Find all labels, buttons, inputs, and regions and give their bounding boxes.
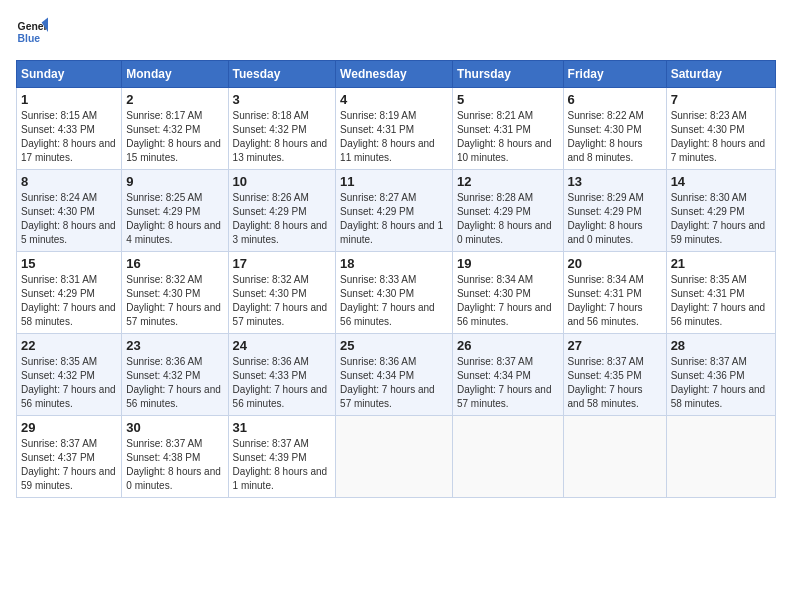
- day-info: Sunrise: 8:29 AM Sunset: 4:29 PM Dayligh…: [568, 191, 662, 247]
- day-info: Sunrise: 8:15 AM Sunset: 4:33 PM Dayligh…: [21, 109, 117, 165]
- sunset-label: Sunset: 4:30 PM: [126, 288, 200, 299]
- calendar-cell: 4 Sunrise: 8:19 AM Sunset: 4:31 PM Dayli…: [336, 88, 453, 170]
- day-number: 13: [568, 174, 662, 189]
- sunset-label: Sunset: 4:31 PM: [568, 288, 642, 299]
- day-info: Sunrise: 8:18 AM Sunset: 4:32 PM Dayligh…: [233, 109, 332, 165]
- day-info: Sunrise: 8:34 AM Sunset: 4:30 PM Dayligh…: [457, 273, 559, 329]
- day-info: Sunrise: 8:36 AM Sunset: 4:34 PM Dayligh…: [340, 355, 448, 411]
- day-info: Sunrise: 8:31 AM Sunset: 4:29 PM Dayligh…: [21, 273, 117, 329]
- daylight-label: Daylight: 7 hours and 56 minutes.: [233, 384, 328, 409]
- calendar-cell: 17 Sunrise: 8:32 AM Sunset: 4:30 PM Dayl…: [228, 252, 336, 334]
- sunset-label: Sunset: 4:29 PM: [671, 206, 745, 217]
- daylight-label: Daylight: 8 hours and 15 minutes.: [126, 138, 221, 163]
- day-info: Sunrise: 8:28 AM Sunset: 4:29 PM Dayligh…: [457, 191, 559, 247]
- day-info: Sunrise: 8:36 AM Sunset: 4:32 PM Dayligh…: [126, 355, 223, 411]
- daylight-label: Daylight: 8 hours and 1 minute.: [233, 466, 328, 491]
- calendar-cell: [452, 416, 563, 498]
- day-info: Sunrise: 8:27 AM Sunset: 4:29 PM Dayligh…: [340, 191, 448, 247]
- day-info: Sunrise: 8:22 AM Sunset: 4:30 PM Dayligh…: [568, 109, 662, 165]
- day-info: Sunrise: 8:24 AM Sunset: 4:30 PM Dayligh…: [21, 191, 117, 247]
- sunrise-label: Sunrise: 8:19 AM: [340, 110, 416, 121]
- sunset-label: Sunset: 4:32 PM: [126, 124, 200, 135]
- sunrise-label: Sunrise: 8:30 AM: [671, 192, 747, 203]
- header-thursday: Thursday: [452, 61, 563, 88]
- sunset-label: Sunset: 4:30 PM: [671, 124, 745, 135]
- sunset-label: Sunset: 4:30 PM: [21, 206, 95, 217]
- sunrise-label: Sunrise: 8:37 AM: [126, 438, 202, 449]
- day-info: Sunrise: 8:37 AM Sunset: 4:38 PM Dayligh…: [126, 437, 223, 493]
- calendar-header: SundayMondayTuesdayWednesdayThursdayFrid…: [17, 61, 776, 88]
- sunset-label: Sunset: 4:32 PM: [126, 370, 200, 381]
- day-info: Sunrise: 8:37 AM Sunset: 4:37 PM Dayligh…: [21, 437, 117, 493]
- day-info: Sunrise: 8:37 AM Sunset: 4:34 PM Dayligh…: [457, 355, 559, 411]
- day-info: Sunrise: 8:21 AM Sunset: 4:31 PM Dayligh…: [457, 109, 559, 165]
- calendar-cell: 12 Sunrise: 8:28 AM Sunset: 4:29 PM Dayl…: [452, 170, 563, 252]
- sunrise-label: Sunrise: 8:17 AM: [126, 110, 202, 121]
- header-row: SundayMondayTuesdayWednesdayThursdayFrid…: [17, 61, 776, 88]
- sunrise-label: Sunrise: 8:32 AM: [233, 274, 309, 285]
- header-saturday: Saturday: [666, 61, 775, 88]
- calendar-cell: 24 Sunrise: 8:36 AM Sunset: 4:33 PM Dayl…: [228, 334, 336, 416]
- calendar-cell: 22 Sunrise: 8:35 AM Sunset: 4:32 PM Dayl…: [17, 334, 122, 416]
- sunrise-label: Sunrise: 8:36 AM: [233, 356, 309, 367]
- sunrise-label: Sunrise: 8:36 AM: [126, 356, 202, 367]
- sunset-label: Sunset: 4:37 PM: [21, 452, 95, 463]
- calendar-cell: 7 Sunrise: 8:23 AM Sunset: 4:30 PM Dayli…: [666, 88, 775, 170]
- day-number: 3: [233, 92, 332, 107]
- sunrise-label: Sunrise: 8:22 AM: [568, 110, 644, 121]
- day-number: 21: [671, 256, 771, 271]
- calendar-cell: 29 Sunrise: 8:37 AM Sunset: 4:37 PM Dayl…: [17, 416, 122, 498]
- sunset-label: Sunset: 4:33 PM: [233, 370, 307, 381]
- daylight-label: Daylight: 7 hours and 58 minutes.: [671, 384, 766, 409]
- sunrise-label: Sunrise: 8:37 AM: [457, 356, 533, 367]
- calendar-cell: 20 Sunrise: 8:34 AM Sunset: 4:31 PM Dayl…: [563, 252, 666, 334]
- daylight-label: Daylight: 7 hours and 56 minutes.: [568, 302, 643, 327]
- daylight-label: Daylight: 8 hours and 0 minutes.: [457, 220, 552, 245]
- sunset-label: Sunset: 4:35 PM: [568, 370, 642, 381]
- daylight-label: Daylight: 7 hours and 57 minutes.: [340, 384, 435, 409]
- calendar-cell: 26 Sunrise: 8:37 AM Sunset: 4:34 PM Dayl…: [452, 334, 563, 416]
- daylight-label: Daylight: 8 hours and 8 minutes.: [568, 138, 643, 163]
- day-number: 30: [126, 420, 223, 435]
- calendar-cell: [666, 416, 775, 498]
- sunrise-label: Sunrise: 8:37 AM: [671, 356, 747, 367]
- header-wednesday: Wednesday: [336, 61, 453, 88]
- sunrise-label: Sunrise: 8:21 AM: [457, 110, 533, 121]
- sunset-label: Sunset: 4:30 PM: [457, 288, 531, 299]
- calendar-cell: 23 Sunrise: 8:36 AM Sunset: 4:32 PM Dayl…: [122, 334, 228, 416]
- day-info: Sunrise: 8:37 AM Sunset: 4:35 PM Dayligh…: [568, 355, 662, 411]
- sunrise-label: Sunrise: 8:27 AM: [340, 192, 416, 203]
- svg-text:Blue: Blue: [18, 33, 41, 44]
- daylight-label: Daylight: 7 hours and 56 minutes.: [671, 302, 766, 327]
- sunset-label: Sunset: 4:36 PM: [671, 370, 745, 381]
- day-number: 9: [126, 174, 223, 189]
- calendar-cell: 9 Sunrise: 8:25 AM Sunset: 4:29 PM Dayli…: [122, 170, 228, 252]
- daylight-label: Daylight: 7 hours and 58 minutes.: [568, 384, 643, 409]
- daylight-label: Daylight: 8 hours and 1 minute.: [340, 220, 443, 245]
- sunset-label: Sunset: 4:34 PM: [340, 370, 414, 381]
- sunset-label: Sunset: 4:29 PM: [340, 206, 414, 217]
- day-info: Sunrise: 8:30 AM Sunset: 4:29 PM Dayligh…: [671, 191, 771, 247]
- sunset-label: Sunset: 4:32 PM: [233, 124, 307, 135]
- day-number: 19: [457, 256, 559, 271]
- day-number: 24: [233, 338, 332, 353]
- calendar-cell: 21 Sunrise: 8:35 AM Sunset: 4:31 PM Dayl…: [666, 252, 775, 334]
- day-info: Sunrise: 8:33 AM Sunset: 4:30 PM Dayligh…: [340, 273, 448, 329]
- sunset-label: Sunset: 4:31 PM: [671, 288, 745, 299]
- calendar-cell: 3 Sunrise: 8:18 AM Sunset: 4:32 PM Dayli…: [228, 88, 336, 170]
- header-tuesday: Tuesday: [228, 61, 336, 88]
- daylight-label: Daylight: 7 hours and 57 minutes.: [233, 302, 328, 327]
- daylight-label: Daylight: 7 hours and 56 minutes.: [126, 384, 221, 409]
- daylight-label: Daylight: 7 hours and 59 minutes.: [671, 220, 766, 245]
- daylight-label: Daylight: 7 hours and 56 minutes.: [340, 302, 435, 327]
- daylight-label: Daylight: 7 hours and 57 minutes.: [126, 302, 221, 327]
- sunrise-label: Sunrise: 8:37 AM: [233, 438, 309, 449]
- day-number: 28: [671, 338, 771, 353]
- sunrise-label: Sunrise: 8:36 AM: [340, 356, 416, 367]
- calendar-cell: 19 Sunrise: 8:34 AM Sunset: 4:30 PM Dayl…: [452, 252, 563, 334]
- logo-icon: General Blue: [16, 16, 48, 48]
- calendar-cell: 5 Sunrise: 8:21 AM Sunset: 4:31 PM Dayli…: [452, 88, 563, 170]
- day-number: 22: [21, 338, 117, 353]
- day-number: 26: [457, 338, 559, 353]
- calendar-cell: 25 Sunrise: 8:36 AM Sunset: 4:34 PM Dayl…: [336, 334, 453, 416]
